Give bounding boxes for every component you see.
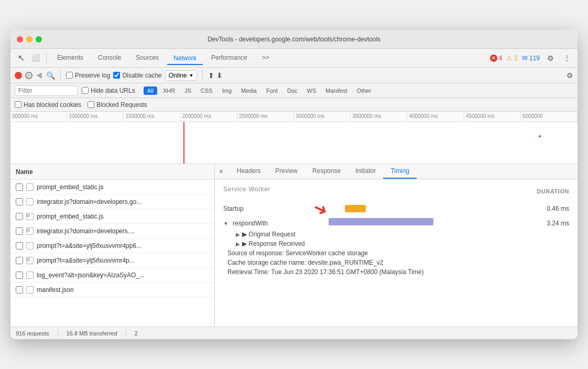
timeline-ruler: 500000 ms 1000000 ms 1500000 ms 2000000 … [10,112,578,122]
detail-content: Service Worker DURATION Startup ➜ 0.46 m… [215,179,578,327]
requests-header: Name [10,164,214,180]
original-request-row[interactable]: ▶ ▶ Original Request [223,231,569,238]
detail-tab-response[interactable]: Response [305,164,348,179]
request-item-8[interactable]: manifest.json [10,283,214,297]
disable-cache-label[interactable]: Disable cache [113,72,161,79]
req-checkbox-6[interactable] [16,257,23,264]
ruler-mark-1: 1000000 ms [67,112,124,122]
request-item-1[interactable]: prompt_embed_static.js [10,180,214,194]
type-btn-ws[interactable]: WS [303,86,320,95]
req-file-icon-2 [26,198,34,205]
close-button[interactable] [17,36,23,42]
info-badge: ✉ 119 [522,54,540,62]
cursor-icon[interactable]: ↖ [15,52,27,64]
preserve-log-checkbox[interactable] [66,72,73,79]
tab-performance[interactable]: Performance [205,51,254,66]
request-item-6[interactable]: ⊙ prompt?t=a&site=ylj5ifxusvvmr4p... [10,253,214,268]
startup-bar-area: ➜ [282,203,531,214]
import-icon[interactable]: ⬆ [208,71,214,80]
req-checkbox-3[interactable] [16,213,23,220]
source-info-row: Source of response: ServiceWorker cache … [223,249,569,257]
type-btn-font[interactable]: Font [263,86,281,95]
export-icon[interactable]: ⬇ [216,71,223,80]
record-button[interactable] [15,72,22,79]
tab-network[interactable]: Network [167,51,203,65]
filter-input[interactable] [18,87,74,94]
ruler-mark-8: 4500000 ms [464,112,521,122]
network-settings-icon[interactable]: ⚙ [567,71,573,80]
type-btn-js[interactable]: JS [181,86,195,95]
type-btn-media[interactable]: Media [237,86,260,95]
original-request-triangle-icon[interactable]: ▶ [236,232,240,237]
req-file-icon-3: ⊙ [26,213,34,220]
titlebar: DevTools - developers.google.com/web/too… [10,30,578,49]
req-name-5: prompt?t=a&site=ylj5ifxusvvmr4pp6... [37,242,141,249]
sep2 [202,70,203,81]
request-item-2[interactable]: integrator.js?domain=developers.go... [10,194,214,209]
req-file-icon-5 [26,242,34,249]
stop-icon[interactable]: ⊘ [25,72,32,79]
detail-tab-timing[interactable]: Timing [383,164,417,179]
ruler-mark-4: 2500000 ms [237,112,294,122]
type-btn-manifest[interactable]: Manifest [322,86,351,95]
req-name-2: integrator.js?domain=developers.go... [37,198,141,205]
startup-bar [345,205,366,212]
error-icon: ✕ [490,55,497,62]
response-received-triangle-icon[interactable]: ▶ [236,241,240,247]
throttle-select[interactable]: Online ▼ [165,70,198,81]
blocked-requests-label[interactable]: Blocked Requests [88,101,147,108]
blocked-cookies-label[interactable]: Has blocked cookies [15,101,81,108]
warn-count: 2 [514,55,518,62]
tab-elements[interactable]: Elements [51,51,90,66]
response-received-row[interactable]: ▶ ▶ Response Received [223,240,569,247]
request-item-7[interactable]: log_event?alt=json&key=AIzaSyAO_... [10,268,214,283]
type-btn-css[interactable]: CSS [197,86,216,95]
filter-icon[interactable]: ⫷ [36,71,43,80]
request-item-4[interactable]: ⊙ integrator.js?domain=developers.... [10,224,214,238]
preserve-log-label[interactable]: Preserve log [66,72,110,79]
source-info-text: Source of response: ServiceWorker cache … [227,249,368,257]
req-file-icon-7 [26,272,34,279]
tab-sources[interactable]: Sources [129,51,165,66]
close-detail-button[interactable]: × [215,165,227,178]
req-checkbox-5[interactable] [16,242,23,249]
req-checkbox-8[interactable] [16,286,23,294]
ruler-mark-6: 3500000 ms [351,112,407,122]
respond-triangle-icon[interactable]: ▼ [223,221,228,226]
req-checkbox-2[interactable] [16,198,23,205]
blocked-requests-checkbox[interactable] [88,101,94,108]
hide-data-urls-label[interactable]: Hide data URLs [82,87,135,94]
type-btn-all[interactable]: All [144,86,157,95]
blocked-cookies-checkbox[interactable] [15,101,21,108]
detail-tab-initiator[interactable]: Initiator [348,164,383,179]
request-item-5[interactable]: prompt?t=a&site=ylj5ifxusvvmr4pp6... [10,238,214,253]
settings-icon[interactable]: ⚙ [544,52,557,64]
req-name-6: prompt?t=a&site=ylj5ifxusvvmr4p... [37,257,135,264]
request-item-3[interactable]: ⊙ prompt_embed_static.js [10,209,214,224]
retrieval-info-row: Retrieval Time: Tue Jun 23 2020 17:36:51… [223,268,569,276]
req-checkbox-1[interactable] [16,183,23,191]
type-btn-doc[interactable]: Doc [284,86,301,95]
info-count: 119 [529,55,540,62]
more-icon[interactable]: ⋮ [561,52,573,64]
ruler-mark-5: 3000000 ms [294,112,351,122]
hide-data-urls-checkbox[interactable] [82,87,89,94]
type-btn-img[interactable]: Img [219,86,235,95]
req-name-1: prompt_embed_static.js [37,183,103,191]
tab-console[interactable]: Console [92,51,127,66]
req-file-icon-4: ⊙ [26,227,34,235]
detail-tab-preview[interactable]: Preview [268,164,305,179]
ruler-mark-0: 500000 ms [10,112,67,122]
disable-cache-checkbox[interactable] [113,72,120,79]
tab-more[interactable]: >> [256,51,276,66]
timeline-area: 500000 ms 1000000 ms 1500000 ms 2000000 … [10,112,578,164]
maximize-button[interactable] [36,36,42,42]
type-btn-xhr[interactable]: XHR [159,86,179,95]
type-btn-other[interactable]: Other [353,86,375,95]
minimize-button[interactable] [26,36,32,42]
req-checkbox-7[interactable] [16,272,23,279]
search-icon[interactable]: 🔍 [46,71,55,80]
req-checkbox-4[interactable] [16,227,23,235]
device-icon[interactable]: ⬜ [29,52,42,64]
detail-tab-headers[interactable]: Headers [230,164,268,179]
